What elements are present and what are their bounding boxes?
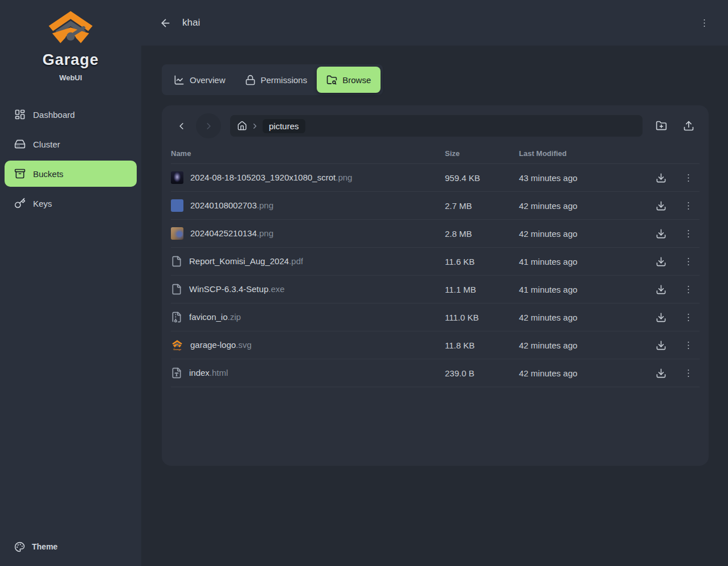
sidebar-item-buckets[interactable]: Buckets bbox=[5, 161, 137, 187]
download-icon bbox=[656, 228, 666, 239]
row-menu-button[interactable] bbox=[677, 335, 700, 355]
ellipsis-vertical-icon bbox=[683, 368, 694, 379]
file-extension: .pdf bbox=[289, 256, 303, 266]
table-row[interactable]: Garage garage-logo.svg 11.8 KB 42 minute… bbox=[171, 331, 700, 359]
back-button[interactable] bbox=[155, 13, 175, 33]
harddrive-icon bbox=[14, 138, 26, 150]
file-size: 959.4 KB bbox=[445, 173, 519, 183]
file-extension: .png bbox=[257, 200, 273, 210]
column-header-modified: Last Modified bbox=[519, 149, 644, 158]
page-title: khai bbox=[182, 17, 200, 28]
history-forward-button[interactable] bbox=[196, 113, 221, 138]
file-name[interactable]: 20240108002703 bbox=[190, 200, 257, 210]
download-button[interactable] bbox=[649, 251, 672, 272]
upload-icon bbox=[683, 120, 694, 132]
file-name[interactable]: WinSCP-6.3.4-Setup bbox=[189, 284, 268, 294]
row-menu-button[interactable] bbox=[677, 307, 700, 327]
file-name[interactable]: garage-logo bbox=[190, 340, 236, 350]
tab-bar: Overview Permissions Browse bbox=[162, 64, 383, 95]
table-row[interactable]: 2024-08-18-105203_1920x1080_scrot.png 95… bbox=[171, 164, 700, 192]
download-button[interactable] bbox=[649, 223, 672, 244]
tab-browse[interactable]: Browse bbox=[317, 67, 381, 93]
table-header: Name Size Last Modified bbox=[171, 143, 700, 164]
file-zip-icon bbox=[171, 311, 182, 323]
file-extension: .zip bbox=[228, 312, 241, 322]
new-folder-button[interactable] bbox=[651, 115, 672, 137]
download-icon bbox=[656, 284, 666, 295]
download-button[interactable] bbox=[649, 279, 672, 300]
app-name: Garage bbox=[42, 51, 99, 69]
file-extension: .svg bbox=[236, 340, 252, 350]
image-thumbnail bbox=[171, 227, 183, 240]
row-menu-button[interactable] bbox=[677, 167, 700, 188]
file-size: 239.0 B bbox=[445, 368, 519, 378]
row-menu-button[interactable] bbox=[677, 251, 700, 272]
table-row[interactable]: 20240425210134.png 2.8 MB 42 minutes ago bbox=[171, 220, 700, 248]
table-row[interactable]: Report_Komisi_Aug_2024.pdf 11.6 KB 41 mi… bbox=[171, 248, 700, 276]
download-button[interactable] bbox=[649, 195, 672, 216]
topbar: khai bbox=[141, 0, 728, 46]
row-menu-button[interactable] bbox=[677, 363, 700, 383]
table-row[interactable]: index.html 239.0 B 42 minutes ago bbox=[171, 359, 700, 387]
file-extension: .html bbox=[210, 368, 228, 378]
upload-button[interactable] bbox=[678, 115, 700, 137]
file-extension: .png bbox=[336, 173, 352, 182]
file-name[interactable]: index bbox=[189, 368, 210, 378]
theme-toggle[interactable]: Theme bbox=[5, 535, 137, 558]
sidebar-item-keys[interactable]: Keys bbox=[5, 190, 137, 216]
file-name[interactable]: Report_Komisi_Aug_2024 bbox=[189, 256, 289, 266]
history-back-button[interactable] bbox=[171, 116, 191, 136]
ellipsis-vertical-icon bbox=[683, 340, 694, 351]
file-modified: 41 minutes ago bbox=[519, 285, 649, 294]
sidebar-item-label: Keys bbox=[33, 199, 52, 208]
file-extension: .exe bbox=[268, 284, 284, 294]
file-size: 2.7 MB bbox=[445, 201, 519, 211]
sidebar-nav: Dashboard Cluster Buckets Keys bbox=[0, 101, 141, 216]
chart-line-icon bbox=[174, 75, 185, 85]
sidebar-item-dashboard[interactable]: Dashboard bbox=[5, 101, 137, 128]
row-menu-button[interactable] bbox=[677, 223, 700, 244]
table-row[interactable]: WinSCP-6.3.4-Setup.exe 11.1 MB 41 minute… bbox=[171, 276, 700, 303]
file-type-icon bbox=[171, 367, 182, 379]
download-button[interactable] bbox=[649, 307, 672, 327]
file-modified: 42 minutes ago bbox=[519, 341, 649, 350]
file-name[interactable]: 2024-08-18-105203_1920x1080_scrot bbox=[190, 173, 336, 182]
download-button[interactable] bbox=[649, 363, 672, 383]
lock-icon bbox=[245, 75, 256, 85]
download-icon bbox=[656, 200, 666, 211]
content: Overview Permissions Browse pictures bbox=[141, 46, 728, 566]
toolbar-actions bbox=[651, 115, 700, 137]
column-header-name: Name bbox=[171, 149, 445, 158]
browser-toolbar: pictures bbox=[171, 113, 700, 138]
sidebar-item-cluster[interactable]: Cluster bbox=[5, 131, 137, 157]
file-modified: 42 minutes ago bbox=[519, 368, 649, 378]
download-button[interactable] bbox=[649, 335, 672, 355]
sidebar-item-label: Cluster bbox=[33, 140, 60, 149]
file-table: Name Size Last Modified 2024-08-18-10520… bbox=[171, 143, 700, 387]
ellipsis-vertical-icon bbox=[683, 284, 694, 295]
tab-permissions[interactable]: Permissions bbox=[235, 67, 317, 93]
tab-label: Overview bbox=[190, 75, 226, 85]
row-menu-button[interactable] bbox=[677, 279, 700, 300]
breadcrumb-current-folder[interactable]: pictures bbox=[263, 119, 305, 133]
table-row[interactable]: favicon_io.zip 111.0 KB 42 minutes ago bbox=[171, 303, 700, 331]
row-menu-button[interactable] bbox=[677, 195, 700, 216]
download-button[interactable] bbox=[649, 167, 672, 188]
tab-label: Browse bbox=[342, 75, 371, 85]
chevron-right-icon bbox=[203, 121, 214, 132]
app-subtitle: WebUI bbox=[59, 73, 82, 82]
file-size: 2.8 MB bbox=[445, 229, 519, 239]
theme-label: Theme bbox=[32, 542, 58, 551]
file-name[interactable]: 20240425210134 bbox=[190, 228, 257, 238]
tab-overview[interactable]: Overview bbox=[164, 67, 235, 93]
file-icon bbox=[171, 284, 182, 295]
archive-icon bbox=[14, 168, 26, 179]
topbar-menu-button[interactable] bbox=[694, 13, 714, 33]
folder-plus-icon bbox=[656, 120, 667, 132]
file-name[interactable]: favicon_io bbox=[189, 312, 228, 322]
home-icon[interactable] bbox=[237, 121, 247, 131]
ellipsis-vertical-icon bbox=[683, 173, 694, 183]
table-row[interactable]: 20240108002703.png 2.7 MB 42 minutes ago bbox=[171, 192, 700, 220]
ellipsis-vertical-icon bbox=[683, 312, 694, 323]
tab-label: Permissions bbox=[261, 75, 308, 85]
